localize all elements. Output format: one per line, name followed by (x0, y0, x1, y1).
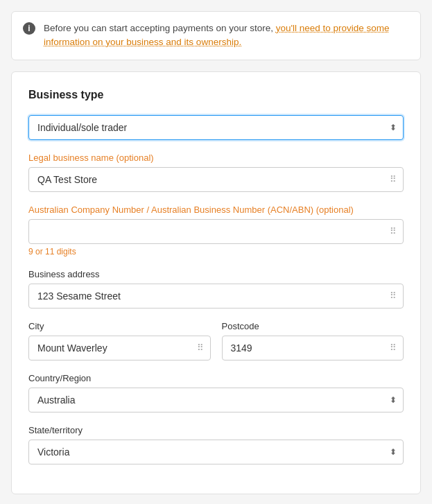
country-group: Country/Region Australia ⬍ (28, 373, 404, 412)
acn-abn-input-wrapper: ⠿ (28, 219, 404, 244)
business-address-group: Business address ⠿ (28, 269, 404, 309)
country-select-wrapper: Australia ⬍ (28, 388, 404, 412)
business-type-select[interactable]: Individual/sole traderCompanyPartnership… (28, 115, 404, 140)
state-select[interactable]: VictoriaNew South WalesQueenslandWestern… (28, 440, 404, 464)
acn-abn-input[interactable] (28, 219, 404, 244)
legal-business-name-label: Legal business name (optional) (28, 153, 404, 163)
banner-link[interactable]: you'll need to provide some information … (44, 23, 390, 47)
section-title: Business type (28, 89, 404, 101)
business-address-input[interactable] (28, 284, 404, 309)
postcode-label: Postcode (222, 321, 404, 331)
legal-business-name-input[interactable] (28, 167, 404, 192)
legal-business-name-input-wrapper: ⠿ (28, 167, 404, 192)
info-icon: i (23, 22, 35, 35)
acn-abn-hint: 9 or 11 digits (28, 247, 404, 257)
acn-abn-group: Australian Company Number / Australian B… (28, 205, 404, 257)
city-label: City (28, 321, 211, 331)
legal-business-name-group: Legal business name (optional) ⠿ (28, 153, 404, 192)
info-banner: i Before you can start accepting payment… (11, 11, 421, 60)
business-type-select-wrapper: Individual/sole traderCompanyPartnership… (28, 115, 404, 140)
postcode-input[interactable] (222, 336, 404, 360)
state-label: State/territory (28, 425, 404, 435)
country-select[interactable]: Australia (28, 388, 404, 412)
city-group: City ⠿ (28, 321, 211, 360)
postcode-input-wrapper: ⠿ (222, 336, 404, 360)
form-card: Business type Individual/sole traderComp… (11, 71, 421, 494)
acn-abn-label: Australian Company Number / Australian B… (28, 205, 404, 215)
city-input-wrapper: ⠿ (28, 336, 211, 360)
business-address-input-wrapper: ⠿ (28, 284, 404, 309)
city-input[interactable] (28, 336, 211, 360)
banner-text: Before you can start accepting payments … (44, 21, 409, 50)
business-address-label: Business address (28, 269, 404, 279)
postcode-group: Postcode ⠿ (222, 321, 404, 360)
country-label: Country/Region (28, 373, 404, 383)
city-postcode-row: City ⠿ Postcode ⠿ (28, 321, 404, 360)
business-type-group: Individual/sole traderCompanyPartnership… (28, 115, 404, 140)
state-group: State/territory VictoriaNew South WalesQ… (28, 425, 404, 464)
state-select-wrapper: VictoriaNew South WalesQueenslandWestern… (28, 440, 404, 464)
